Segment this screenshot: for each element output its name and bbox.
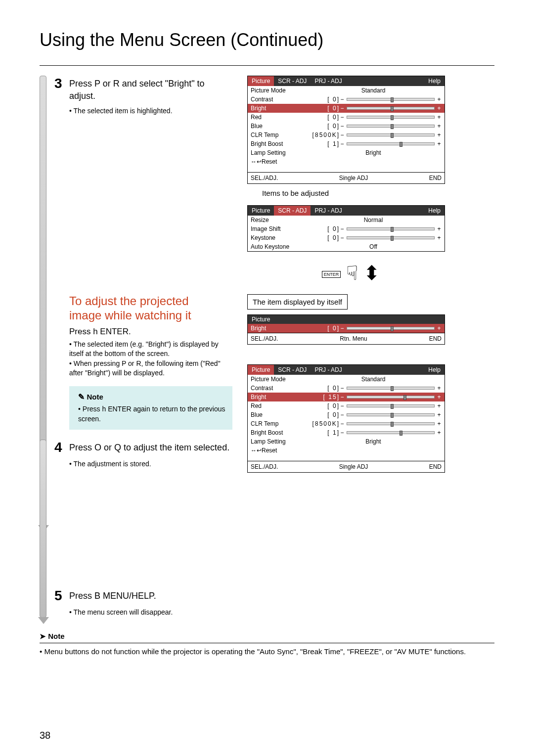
section-bullet-2: When pressing P or R, the following item…	[69, 359, 232, 378]
value: Normal	[305, 217, 442, 223]
tab-scr-adj[interactable]: SCR - ADJ	[274, 206, 311, 216]
step-number: 5	[54, 588, 64, 604]
slider-thumb[interactable]	[391, 97, 394, 102]
section-heading-line1: To adjust the projected	[69, 294, 189, 308]
row-red[interactable]: Red [ 0] −+	[248, 113, 445, 122]
row-image-shift[interactable]: Image Shift [ 0] −+	[248, 224, 445, 233]
minus-icon: −	[340, 234, 345, 241]
slider-track[interactable]	[347, 227, 435, 230]
tab-picture[interactable]: Picture	[248, 76, 274, 86]
step-3: 3 Press P or R and select "Bright" to ad…	[54, 76, 232, 102]
label: Bright Boost	[251, 140, 305, 147]
caption-item-displayed: The item displayed by itself	[247, 294, 348, 310]
bracket: [	[327, 140, 330, 147]
row-bright-highlighted[interactable]: Bright [ 0] −+	[248, 104, 445, 113]
value: 0	[333, 385, 337, 392]
row-resize[interactable]: Resize Normal	[248, 216, 445, 224]
slider-track[interactable]	[347, 107, 435, 110]
plus-icon: +	[437, 420, 442, 427]
slider-track[interactable]	[347, 404, 435, 407]
row-clr-temp[interactable]: CLR Temp [8500K] −+	[248, 419, 445, 428]
slider-track[interactable]	[347, 125, 435, 128]
slider-thumb[interactable]	[391, 236, 394, 241]
row-lamp[interactable]: Lamp Setting Bright	[248, 148, 445, 157]
bracket: [	[327, 325, 330, 332]
row-bright-single[interactable]: Bright [ 0] −+	[248, 324, 445, 333]
menu-picture: Picture SCR - ADJ PRJ - ADJ Help Picture…	[247, 76, 445, 184]
row-picture-mode[interactable]: Picture Mode Standard	[248, 375, 445, 384]
slider-track[interactable]	[347, 431, 435, 434]
slider-thumb[interactable]	[391, 106, 394, 111]
section-subhead: Press h ENTER.	[69, 327, 232, 337]
slider-track[interactable]	[347, 327, 435, 330]
slider-thumb[interactable]	[391, 227, 394, 232]
slider-thumb[interactable]	[391, 115, 394, 120]
slider-track[interactable]	[347, 98, 435, 101]
bracket: [	[327, 225, 330, 232]
slider-thumb[interactable]	[391, 413, 394, 418]
slider-thumb[interactable]	[391, 404, 394, 409]
tab-help[interactable]: Help	[424, 76, 445, 86]
value: 8500K	[315, 132, 337, 138]
row-keystone[interactable]: Keystone [ 0] −+	[248, 233, 445, 242]
slider-track[interactable]	[347, 236, 435, 239]
slider-track[interactable]	[347, 387, 435, 390]
slider-thumb[interactable]	[391, 124, 394, 129]
row-blue[interactable]: Blue [ 0] −+	[248, 410, 445, 419]
slider-track[interactable]	[347, 142, 435, 145]
single-head: Picture	[248, 315, 445, 324]
step-bullet: The selected item is highlighted.	[69, 106, 232, 116]
tab-scr-adj[interactable]: SCR - ADJ	[274, 76, 311, 86]
row-contrast[interactable]: Contrast [ 0] −+	[248, 95, 445, 104]
slider-track[interactable]	[347, 422, 435, 425]
tab-prj-adj[interactable]: PRJ - ADJ	[311, 76, 346, 86]
slider-thumb[interactable]	[391, 386, 394, 391]
slider-track[interactable]	[347, 396, 435, 399]
tab-picture[interactable]: Picture	[248, 365, 274, 375]
minus-icon: −	[340, 96, 345, 103]
slider-track[interactable]	[347, 133, 435, 136]
plus-icon: +	[437, 96, 442, 103]
row-red[interactable]: Red [ 0] −+	[248, 401, 445, 410]
label: Contrast	[251, 96, 305, 103]
section-heading-line2: image while watching it	[69, 309, 191, 322]
slider-thumb[interactable]	[391, 133, 394, 138]
tab-prj-adj[interactable]: PRJ - ADJ	[311, 206, 346, 216]
value: 0	[333, 123, 337, 130]
slider-thumb[interactable]	[391, 326, 394, 331]
value: 0	[333, 325, 337, 332]
minus-icon: −	[340, 402, 345, 409]
slider-track[interactable]	[347, 413, 435, 416]
page-number: 38	[40, 730, 50, 741]
tab-help[interactable]: Help	[424, 365, 445, 375]
row-clr-temp[interactable]: CLR Temp [8500K] −+	[248, 131, 445, 139]
plus-icon: +	[437, 114, 442, 121]
reset-arrows-icon: ↔↩	[251, 158, 262, 165]
row-reset[interactable]: ↔↩Reset	[248, 446, 445, 455]
slider-thumb[interactable]	[403, 395, 406, 400]
flow-arrow-2	[40, 440, 46, 618]
label: Image Shift	[251, 225, 305, 232]
slider-track[interactable]	[347, 116, 435, 119]
tab-prj-adj[interactable]: PRJ - ADJ	[311, 365, 346, 375]
row-bright-boost[interactable]: Bright Boost [ 1] −+	[248, 428, 445, 437]
row-blue[interactable]: Blue [ 0] −+	[248, 122, 445, 131]
tab-picture[interactable]: Picture	[248, 206, 274, 216]
label: Resize	[251, 217, 305, 223]
label: CLR Temp	[251, 132, 305, 138]
tab-help[interactable]: Help	[424, 206, 445, 216]
slider-thumb[interactable]	[391, 422, 394, 427]
row-contrast[interactable]: Contrast [ 0] −+	[248, 384, 445, 393]
menu-picture-adjusted: Picture SCR - ADJ PRJ - ADJ Help Picture…	[247, 364, 445, 473]
footer-end: END	[429, 463, 442, 470]
slider-thumb[interactable]	[400, 431, 402, 436]
row-bright-highlighted[interactable]: Bright [ 15] −+	[248, 393, 445, 401]
row-lamp[interactable]: Lamp Setting Bright	[248, 437, 445, 446]
row-reset[interactable]: ↔↩Reset	[248, 157, 445, 166]
slider-thumb[interactable]	[400, 142, 402, 147]
row-picture-mode[interactable]: Picture Mode Standard	[248, 86, 445, 95]
tab-scr-adj[interactable]: SCR - ADJ	[274, 365, 311, 375]
row-auto-keystone[interactable]: Auto Keystone Off	[248, 242, 445, 251]
row-bright-boost[interactable]: Bright Boost [ 1] −+	[248, 139, 445, 148]
bracket: [	[327, 429, 330, 436]
